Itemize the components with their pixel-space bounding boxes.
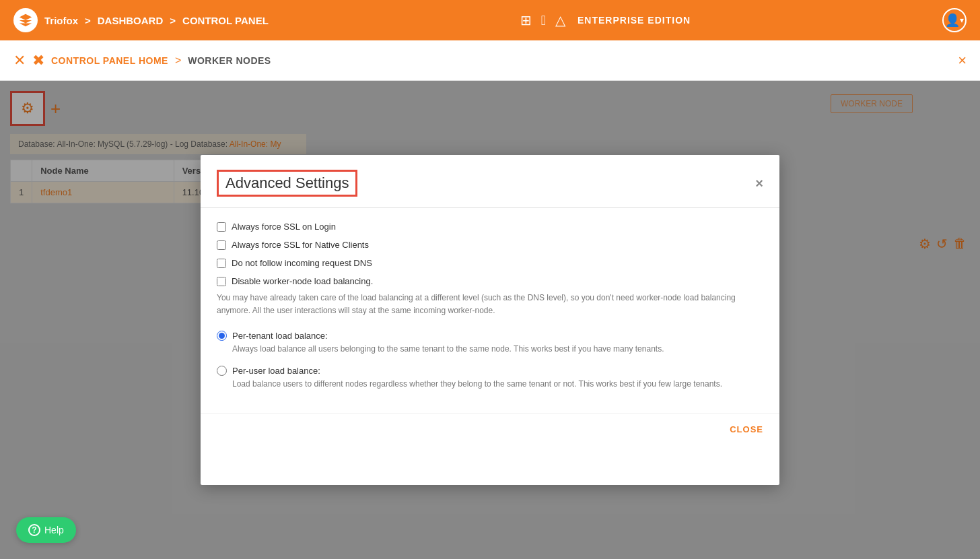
radio-per-user-desc: Load balance users to different nodes re… (232, 378, 722, 390)
topbar-center: ⊞  △ ENTERPRISE EDITION (520, 12, 691, 28)
radio-section: Per-tenant load balance: Always load bal… (217, 329, 763, 390)
topbar-left: Triofox > DASHBOARD > CONTROL PANEL (13, 8, 269, 32)
modal-overlay: Advanced Settings × Always force SSL on … (0, 81, 980, 559)
radio-row-per-user: Per-user load balance: Load balance user… (217, 364, 763, 390)
tools-icon: ✖ (32, 52, 44, 69)
radio-per-user-content: Per-user load balance: Load balance user… (232, 364, 722, 390)
modal-close-button[interactable]: × (755, 176, 763, 190)
radio-per-tenant-content: Per-tenant load balance: Always load bal… (232, 329, 664, 355)
nav-control-panel[interactable]: CONTROL PANEL (182, 15, 269, 26)
radio-row-per-tenant: Per-tenant load balance: Always load bal… (217, 329, 763, 355)
radio-per-tenant-desc: Always load balance all users belonging … (232, 343, 664, 355)
radio-per-tenant-label: Per-tenant load balance: (232, 331, 328, 341)
checkbox-row-ssl-login: Always force SSL on Login (217, 222, 763, 232)
checkbox-ssl-native-label: Always force SSL for Native Clients (232, 240, 369, 250)
checkbox-load-balance-label: Disable worker-node load balancing. (232, 276, 373, 286)
help-label: Help (44, 525, 64, 535)
radio-per-user[interactable] (217, 366, 227, 376)
checkbox-dns-label: Do not follow incoming request DNS (232, 258, 372, 268)
user-icon: 👤 (945, 13, 960, 28)
breadcrumb-close-icon[interactable]: × (958, 52, 967, 69)
edition-label: ENTERPRISE EDITION (578, 15, 691, 26)
apple-icon:  (541, 13, 546, 28)
radio-per-user-label: Per-user load balance: (232, 366, 320, 376)
nav-dashboard[interactable]: DASHBOARD (98, 15, 164, 26)
modal-header: Advanced Settings × (201, 155, 779, 208)
user-avatar[interactable]: 👤 ▾ (942, 8, 967, 32)
dropdown-arrow: ▾ (960, 15, 964, 25)
load-balance-description: You may have already taken care of the l… (217, 292, 763, 317)
help-circle-icon: ? (28, 524, 40, 536)
breadcrumb-sep: > (175, 55, 181, 67)
breadcrumb-left: ✕ ✖ CONTROL PANEL HOME > WORKER NODES (13, 52, 271, 69)
radio-per-tenant[interactable] (217, 331, 227, 341)
modal-title: Advanced Settings (217, 170, 357, 197)
breadcrumb-current: WORKER NODES (188, 55, 271, 66)
checkbox-ssl-login[interactable] (217, 222, 226, 232)
advanced-settings-modal: Advanced Settings × Always force SSL on … (201, 155, 779, 485)
help-button[interactable]: ? Help (16, 517, 76, 543)
modal-footer: CLOSE (201, 413, 779, 445)
breadcrumb-bar: ✕ ✖ CONTROL PANEL HOME > WORKER NODES × (0, 40, 980, 81)
platform-icons: ⊞  △ (520, 12, 565, 28)
topbar-right: 👤 ▾ (942, 8, 967, 32)
modal-close-btn[interactable]: CLOSE (730, 424, 763, 434)
android-icon: △ (555, 12, 565, 28)
triofox-logo (13, 8, 38, 32)
main-content: ⚙ + WORKER NODE Database: All-In-One: My… (0, 81, 980, 559)
checkbox-ssl-native[interactable] (217, 240, 226, 250)
topbar: Triofox > DASHBOARD > CONTROL PANEL ⊞  … (0, 0, 980, 40)
brand-name: Triofox (44, 15, 78, 26)
nav-separator-2: > (170, 15, 176, 26)
windows-icon: ⊞ (520, 12, 532, 28)
checkbox-row-dns: Do not follow incoming request DNS (217, 258, 763, 268)
checkbox-row-ssl-native: Always force SSL for Native Clients (217, 240, 763, 250)
checkbox-ssl-login-label: Always force SSL on Login (232, 222, 336, 232)
wrench-icon: ✕ (13, 52, 26, 69)
nav-separator-1: > (85, 15, 91, 26)
checkbox-row-load-balance: Disable worker-node load balancing. (217, 276, 763, 286)
checkbox-dns[interactable] (217, 259, 226, 268)
breadcrumb-home[interactable]: CONTROL PANEL HOME (51, 55, 168, 66)
modal-body: Always force SSL on Login Always force S… (201, 208, 779, 413)
checkbox-load-balance[interactable] (217, 277, 226, 286)
